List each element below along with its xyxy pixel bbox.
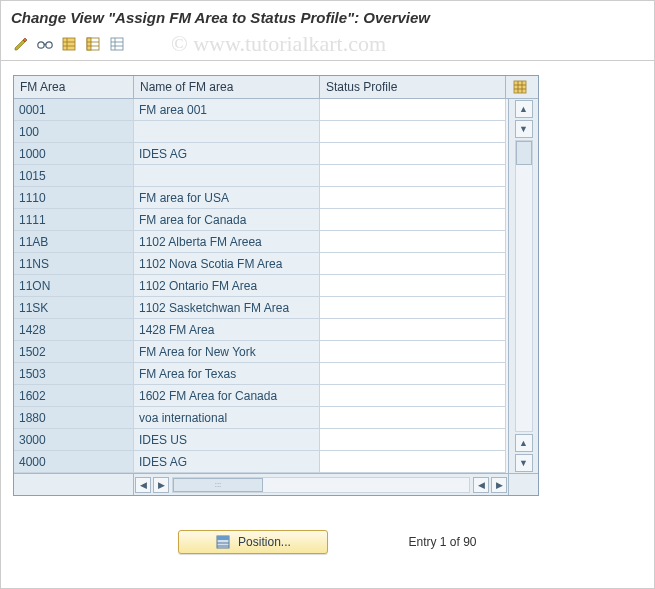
cell-status-profile[interactable] bbox=[320, 451, 506, 473]
svg-rect-14 bbox=[514, 81, 526, 93]
cell-status-profile[interactable] bbox=[320, 121, 506, 143]
svg-rect-2 bbox=[63, 38, 75, 50]
cell-fm-area[interactable]: 1015 bbox=[14, 165, 134, 187]
vertical-scroll-thumb[interactable] bbox=[516, 141, 532, 165]
table-row[interactable]: 11SK1102 Sasketchwan FM Area bbox=[14, 297, 508, 319]
scroll-left-button[interactable]: ◀ bbox=[135, 477, 151, 493]
other-view-button[interactable] bbox=[35, 34, 55, 54]
cell-name: 1428 FM Area bbox=[134, 319, 320, 341]
table-row[interactable]: 4000IDES AG bbox=[14, 451, 508, 473]
cell-status-profile[interactable] bbox=[320, 187, 506, 209]
table-row[interactable]: 1110FM area for USA bbox=[14, 187, 508, 209]
table-row[interactable]: 11NS1102 Nova Scotia FM Area bbox=[14, 253, 508, 275]
toggle-display-change-button[interactable] bbox=[11, 34, 31, 54]
vertical-scroll-track[interactable] bbox=[515, 140, 533, 432]
scroll-left-end-button[interactable]: ◀ bbox=[473, 477, 489, 493]
cell-name: IDES AG bbox=[134, 143, 320, 165]
cell-fm-area[interactable]: 100 bbox=[14, 121, 134, 143]
cell-fm-area[interactable]: 11ON bbox=[14, 275, 134, 297]
cell-fm-area[interactable]: 11AB bbox=[14, 231, 134, 253]
table-row[interactable]: 0001FM area 001 bbox=[14, 99, 508, 121]
table-row[interactable]: 1880voa international bbox=[14, 407, 508, 429]
cell-fm-area[interactable]: 0001 bbox=[14, 99, 134, 121]
table-row[interactable]: 1111FM area for Canada bbox=[14, 209, 508, 231]
cell-fm-area[interactable]: 4000 bbox=[14, 451, 134, 473]
cell-status-profile[interactable] bbox=[320, 143, 506, 165]
cell-status-profile[interactable] bbox=[320, 407, 506, 429]
cell-status-profile[interactable] bbox=[320, 319, 506, 341]
table-row[interactable]: 100 bbox=[14, 121, 508, 143]
scroll-right-step-button[interactable]: ▶ bbox=[153, 477, 169, 493]
cell-status-profile[interactable] bbox=[320, 429, 506, 451]
horizontal-scroll-track[interactable]: ::: bbox=[172, 477, 470, 493]
cell-fm-area[interactable]: 1502 bbox=[14, 341, 134, 363]
position-button[interactable]: Position... bbox=[178, 530, 328, 554]
cell-name: FM Area for Texas bbox=[134, 363, 320, 385]
cell-name: voa international bbox=[134, 407, 320, 429]
entry-counter: Entry 1 of 90 bbox=[408, 535, 476, 549]
svg-rect-10 bbox=[111, 38, 123, 50]
table-row[interactable]: 1502FM Area for New York bbox=[14, 341, 508, 363]
column-header-status-profile[interactable]: Status Profile bbox=[320, 76, 506, 98]
cell-name: FM area for Canada bbox=[134, 209, 320, 231]
scroll-down-button[interactable]: ▼ bbox=[515, 454, 533, 472]
cell-status-profile[interactable] bbox=[320, 209, 506, 231]
cell-status-profile[interactable] bbox=[320, 231, 506, 253]
cell-fm-area[interactable]: 1602 bbox=[14, 385, 134, 407]
table-row[interactable]: 11AB1102 Alberta FM Areea bbox=[14, 231, 508, 253]
scroll-down-step-button[interactable]: ▼ bbox=[515, 120, 533, 138]
column-header-name[interactable]: Name of FM area bbox=[134, 76, 320, 98]
cell-fm-area[interactable]: 1503 bbox=[14, 363, 134, 385]
cell-fm-area[interactable]: 1000 bbox=[14, 143, 134, 165]
cell-fm-area[interactable]: 1880 bbox=[14, 407, 134, 429]
page-title: Change View "Assign FM Area to Status Pr… bbox=[1, 1, 654, 32]
footer-bar: Position... Entry 1 of 90 bbox=[1, 502, 654, 582]
cell-status-profile[interactable] bbox=[320, 253, 506, 275]
deselect-all-button[interactable] bbox=[107, 34, 127, 54]
cell-status-profile[interactable] bbox=[320, 363, 506, 385]
table-row[interactable]: 14281428 FM Area bbox=[14, 319, 508, 341]
cell-fm-area[interactable]: 11NS bbox=[14, 253, 134, 275]
scroll-up-button[interactable]: ▲ bbox=[515, 100, 533, 118]
cell-name: 1102 Sasketchwan FM Area bbox=[134, 297, 320, 319]
cell-fm-area[interactable]: 1110 bbox=[14, 187, 134, 209]
svg-point-1 bbox=[46, 42, 52, 48]
table-row[interactable]: 1000IDES AG bbox=[14, 143, 508, 165]
cell-status-profile[interactable] bbox=[320, 99, 506, 121]
grid-header-row: FM Area Name of FM area Status Profile bbox=[14, 76, 538, 99]
cell-name: FM Area for New York bbox=[134, 341, 320, 363]
table-row[interactable]: 1015 bbox=[14, 165, 508, 187]
configure-columns-button[interactable] bbox=[506, 76, 536, 98]
position-button-label: Position... bbox=[238, 535, 291, 549]
cell-status-profile[interactable] bbox=[320, 385, 506, 407]
cell-status-profile[interactable] bbox=[320, 165, 506, 187]
cell-name bbox=[134, 165, 320, 187]
grid-rows: 0001FM area 0011001000IDES AG10151110FM … bbox=[14, 99, 508, 473]
cell-name: IDES AG bbox=[134, 451, 320, 473]
column-header-fm-area[interactable]: FM Area bbox=[14, 76, 134, 98]
table-row[interactable]: 1503FM Area for Texas bbox=[14, 363, 508, 385]
select-block-button[interactable] bbox=[83, 34, 103, 54]
cell-fm-area[interactable]: 3000 bbox=[14, 429, 134, 451]
table-row[interactable]: 11ON1102 Ontario FM Area bbox=[14, 275, 508, 297]
cell-status-profile[interactable] bbox=[320, 297, 506, 319]
cell-status-profile[interactable] bbox=[320, 341, 506, 363]
table-container: FM Area Name of FM area Status Profile 0… bbox=[1, 61, 654, 502]
horizontal-scroll-thumb[interactable]: ::: bbox=[173, 478, 263, 492]
scroll-up-bottom-button[interactable]: ▲ bbox=[515, 434, 533, 452]
scroll-right-button[interactable]: ▶ bbox=[491, 477, 507, 493]
cell-name bbox=[134, 121, 320, 143]
table-row[interactable]: 3000IDES US bbox=[14, 429, 508, 451]
cell-fm-area[interactable]: 1428 bbox=[14, 319, 134, 341]
select-all-button[interactable] bbox=[59, 34, 79, 54]
table-settings-icon bbox=[513, 80, 529, 94]
cell-fm-area[interactable]: 11SK bbox=[14, 297, 134, 319]
cell-fm-area[interactable]: 1111 bbox=[14, 209, 134, 231]
cell-status-profile[interactable] bbox=[320, 275, 506, 297]
pencil-glasses-icon bbox=[13, 36, 29, 52]
cell-name: IDES US bbox=[134, 429, 320, 451]
table-select-all-icon bbox=[62, 37, 76, 51]
vertical-scrollbar: ▲ ▼ ▲ ▼ bbox=[508, 99, 538, 473]
table-row[interactable]: 16021602 FM Area for Canada bbox=[14, 385, 508, 407]
svg-rect-7 bbox=[87, 38, 91, 50]
